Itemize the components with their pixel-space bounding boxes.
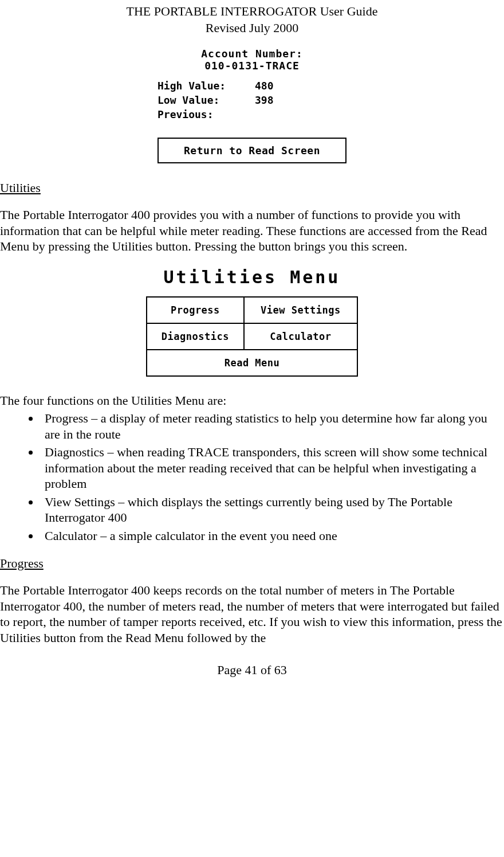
doc-title: THE PORTABLE INTERROGATOR User Guide xyxy=(0,3,504,20)
progress-button[interactable]: Progress xyxy=(147,297,244,323)
account-number-value: 010-0131-TRACE xyxy=(158,60,346,72)
functions-list: Progress – a display of meter reading st… xyxy=(0,410,504,543)
progress-paragraph: The Portable Interrogator 400 keeps reco… xyxy=(0,582,504,645)
list-item: Calculator – a simple calculator in the … xyxy=(40,528,504,544)
list-item: Diagnostics – when reading TRACE transpo… xyxy=(40,444,504,492)
progress-heading: Progress xyxy=(0,556,504,571)
utilities-menu-title: Utilities Menu xyxy=(146,267,358,287)
list-item: Progress – a display of meter reading st… xyxy=(40,410,504,442)
diagnostics-button[interactable]: Diagnostics xyxy=(147,323,244,350)
read-menu-button[interactable]: Read Menu xyxy=(147,350,357,376)
calculator-button[interactable]: Calculator xyxy=(244,323,357,350)
utilities-paragraph: The Portable Interrogator 400 provides y… xyxy=(0,207,504,255)
list-item: View Settings – which displays the setti… xyxy=(40,494,504,526)
account-number-label: Account Number: xyxy=(158,48,346,60)
high-value: 480 xyxy=(255,80,274,92)
previous-label: Previous: xyxy=(158,108,255,120)
view-settings-button[interactable]: View Settings xyxy=(244,297,357,323)
doc-revision: Revised July 2000 xyxy=(0,20,504,37)
utilities-menu-screenshot: Utilities Menu Progress View Settings Di… xyxy=(146,267,358,377)
page-number: Page 41 of 63 xyxy=(0,663,504,678)
account-info-screenshot: Account Number: 010-0131-TRACE High Valu… xyxy=(158,48,346,163)
return-to-read-screen-button[interactable]: Return to Read Screen xyxy=(158,138,346,163)
low-value-label: Low Value: xyxy=(158,94,255,106)
utilities-heading: Utilities xyxy=(0,181,504,195)
high-value-label: High Value: xyxy=(158,80,255,92)
functions-intro: The four functions on the Utilities Menu… xyxy=(0,393,504,409)
low-value: 398 xyxy=(255,94,274,106)
